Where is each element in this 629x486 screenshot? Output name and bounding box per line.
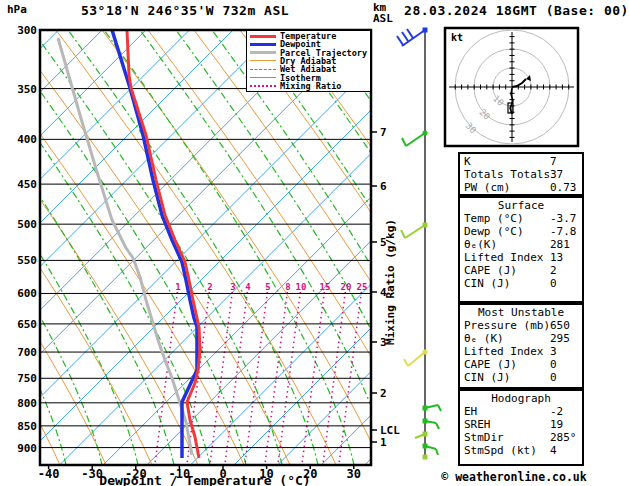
km-tick-label: 1: [380, 436, 387, 449]
stat-label: CAPE (J): [464, 264, 517, 277]
stat-value: 281: [550, 238, 570, 251]
legend: TemperatureDewpointParcel TrajectoryDry …: [246, 31, 370, 92]
mixing-ratio-line: [210, 292, 232, 463]
mixing-ratio-value: 1: [175, 282, 180, 292]
mixing-ratio-value: 10: [296, 282, 307, 292]
stat-label: Temp (°C): [464, 212, 524, 225]
legend-swatch-isotherm: [250, 77, 276, 78]
copyright-label: © weatheronline.co.uk: [440, 470, 588, 484]
stat-row: Lifted Index3: [464, 345, 582, 358]
pressure-tick-label: 700: [17, 346, 37, 359]
stat-row: K7: [464, 155, 582, 168]
isotherm-line: [0, 30, 102, 465]
stat-value: 0.73: [550, 181, 577, 194]
stat-label: Pressure (mb): [464, 319, 550, 332]
stat-row: CIN (J)0: [464, 371, 582, 384]
dry-adiabat-line: [0, 30, 106, 465]
stat-value: 295: [550, 332, 570, 345]
pressure-tick-label: 500: [17, 218, 37, 231]
pressure-tick-label: 300: [17, 24, 37, 37]
stat-label: SREH: [464, 418, 491, 431]
stat-row: Dewp (°C)-7.8: [464, 225, 582, 238]
stat-value: -2: [550, 405, 563, 418]
stat-row: θₑ(K)281: [464, 238, 582, 251]
stat-value: 0: [550, 277, 557, 290]
mixing-ratio-value: 4: [245, 282, 251, 292]
stat-label: CAPE (J): [464, 358, 517, 371]
mixing-ratio-value: 15: [320, 282, 331, 292]
mixing-ratio-line: [278, 292, 300, 463]
mixing-ratio-value: 2: [207, 282, 212, 292]
legend-swatch-temperature: [250, 35, 276, 38]
stat-value: 7: [550, 155, 557, 168]
pressure-tick-label: 600: [17, 287, 37, 300]
wind-barb: [404, 349, 428, 366]
mixing-ratio-line: [265, 292, 287, 463]
sounding-screen: 1234581015202530035040045050055060065070…: [0, 0, 629, 486]
pressure-tick-label: 850: [17, 420, 37, 433]
pressure-tick-label: 550: [17, 254, 37, 267]
stat-row: SREH19: [464, 418, 582, 431]
stat-row: Temp (°C)-3.7: [464, 212, 582, 225]
stat-row: Pressure (mb)650: [464, 319, 582, 332]
km-tick-label: 7: [380, 126, 387, 139]
stat-row: EH-2: [464, 405, 582, 418]
stat-label: PW (cm): [464, 181, 510, 194]
stat-value: 0: [550, 371, 557, 384]
wet-adiabat-line: [608, 30, 629, 465]
temp-tick-label: -20: [125, 467, 147, 481]
stat-row: PW (cm)0.73: [464, 181, 582, 194]
wet-adiabat-line: [32, 30, 282, 465]
stat-value: 3: [550, 345, 557, 358]
stat-row: CAPE (J)0: [464, 358, 582, 371]
stat-row: CAPE (J)2: [464, 264, 582, 277]
indices-box: K7Totals Totals37PW (cm)0.73: [458, 152, 584, 196]
km-tick-label: 6: [380, 180, 387, 193]
parcel-trajectory-curve: [58, 38, 192, 455]
mixing-ratio-value: 3: [230, 282, 235, 292]
stat-value: 13: [550, 251, 563, 264]
temp-tick-label: 10: [259, 467, 273, 481]
stat-label: Lifted Index: [464, 251, 543, 264]
legend-swatch-parcel-trajectory: [250, 51, 276, 54]
stat-value: -7.8: [550, 225, 577, 238]
surface-box: SurfaceTemp (°C)-3.7Dewp (°C)-7.8θₑ(K)28…: [458, 196, 584, 303]
temp-tick-label: -10: [169, 467, 191, 481]
pressure-tick-label: 650: [17, 318, 37, 331]
wind-barb: [402, 130, 428, 146]
stat-label: EH: [464, 405, 477, 418]
wind-barb: [401, 223, 428, 239]
stat-label: StmDir: [464, 431, 504, 444]
legend-swatch-wet-adiabat: [250, 69, 276, 70]
temp-tick-label: 20: [303, 467, 317, 481]
isotherm-line: [0, 30, 407, 465]
mixing-ratio-line: [323, 292, 345, 463]
isotherm-line: [0, 30, 15, 465]
pressure-tick-label: 800: [17, 397, 37, 410]
stat-value: 4: [550, 444, 557, 457]
stat-value: 650: [550, 319, 570, 332]
legend-swatch-dewpoint: [250, 43, 276, 46]
lcl-label: LCL: [380, 424, 400, 437]
wet-adiabat-line: [104, 30, 354, 465]
stat-label: θₑ (K): [464, 332, 504, 345]
temp-tick-label: 30: [347, 467, 361, 481]
temperature-curve: [127, 30, 200, 458]
stat-row: Lifted Index13: [464, 251, 582, 264]
legend-label: Mixing Ratio: [280, 82, 341, 90]
pressure-tick-label: 400: [17, 133, 37, 146]
pressure-tick-label: 450: [17, 178, 37, 191]
stat-value: 2: [550, 264, 557, 277]
temp-tick-label: -30: [81, 467, 103, 481]
stat-value: -3.7: [550, 212, 577, 225]
stat-value: 0: [550, 358, 557, 371]
isotherm-line: [0, 30, 320, 465]
wind-barb: [423, 405, 442, 411]
stat-label: Lifted Index: [464, 345, 543, 358]
wind-barb: [423, 455, 428, 460]
stat-value: 285°: [550, 431, 577, 444]
pressure-tick-label: 900: [17, 442, 37, 455]
temp-tick-label: 0: [219, 467, 226, 481]
legend-swatch-dry-adiabat: [250, 60, 276, 61]
legend-swatch-mixing-ratio: [250, 85, 276, 87]
